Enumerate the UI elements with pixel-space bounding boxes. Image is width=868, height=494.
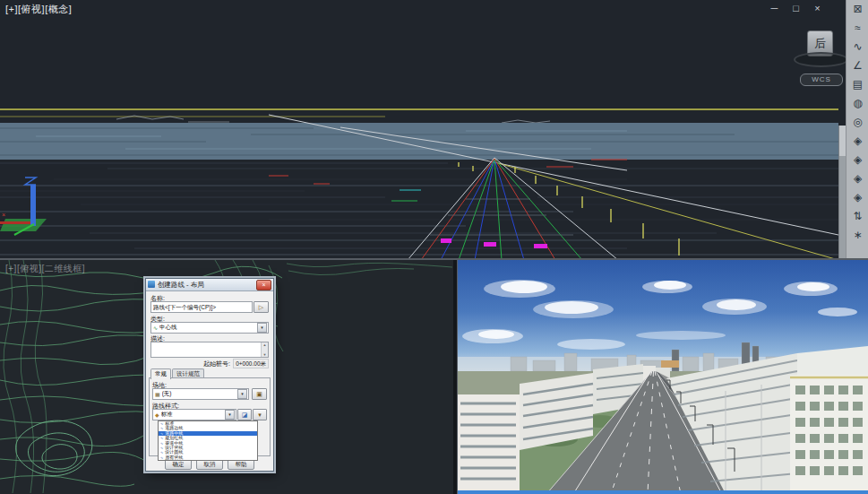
sheets-icon[interactable]: ▤ [847, 75, 868, 94]
wcs-selector[interactable]: WCS [800, 74, 843, 86]
viewport-label[interactable]: [+][俯视][二维线框] [5, 263, 85, 275]
scroll-down-icon[interactable]: ▼ [263, 352, 267, 357]
general-tab-panel: 场地: ▦ (无) ▾ ▣ 路线样式: ◆ 标准 ▾ ◪ ▾ ∿标准 ∿道路边线… [149, 377, 271, 456]
viewport-label[interactable]: [+][俯视][概念] [5, 3, 72, 16]
description-textarea[interactable]: ▲ ▼ [150, 342, 269, 358]
style-picker-button[interactable]: ▾ [253, 409, 267, 420]
style-dropdown-list: ∿标准 ∿道路边线 ∿道路中线 ∿规划红线 ∿渠道中线 ∿设计管线 ∿设计圆线 … [158, 420, 258, 461]
starting-station-row: 起始桩号: 0+000.00米 [203, 359, 269, 368]
red-roof-building [661, 360, 679, 368]
centerline-icon: ∿ [153, 325, 158, 331]
pan-compass-icon[interactable]: ◈ [847, 132, 868, 151]
pan-compass-icon[interactable]: ◈ [847, 151, 868, 169]
viewport-divider-horizontal[interactable] [0, 258, 868, 260]
orbit-icon[interactable]: ◎ [847, 113, 868, 132]
chevron-down-icon[interactable]: ▾ [225, 410, 235, 420]
style-value: 标准 [161, 411, 225, 419]
name-template-button[interactable]: ▷ [254, 301, 269, 313]
station-label: 起始桩号: [203, 360, 230, 368]
create-alignment-dialog: 创建路线 - 布局 × 名称: 路线<[下一个编号(CP)]> ▷ 类型: ∿ … [145, 278, 274, 472]
pan-compass-icon[interactable]: ◈ [847, 169, 868, 188]
angle-icon[interactable]: ∠ [847, 56, 868, 75]
elevation-icon[interactable]: ⇅ [847, 207, 868, 226]
globe-icon[interactable]: ◍ [847, 94, 868, 113]
viewport-top-perspective[interactable]: × [+][俯视][概念] ─ □ × 后 WCS [0, 0, 846, 260]
viewcube-ring[interactable] [794, 52, 848, 67]
station-offset-icon[interactable]: ∗ [847, 226, 868, 245]
chevron-down-icon[interactable]: ▾ [237, 389, 247, 399]
alignment-icon [148, 281, 155, 288]
wireframe-canvas: × [0, 0, 838, 260]
dialog-titlebar[interactable]: 创建路线 - 布局 × [146, 279, 273, 291]
dialog-close-button[interactable]: × [256, 280, 271, 290]
transparent-commands-toolbar: ⊠ ≈ ∿ ∠ ▤ ◍ ◎ ◈ ◈ ◈ ◈ ⇅ ∗ [846, 0, 868, 260]
style-option[interactable]: ∿原有管线 [159, 455, 257, 460]
style-icon: ◆ [155, 412, 159, 418]
alignment-name-input[interactable]: 路线<[下一个编号(CP)]> [150, 301, 253, 313]
scroll-up-icon[interactable]: ▲ [263, 342, 267, 347]
restore-button[interactable]: □ [789, 2, 803, 14]
chevron-down-icon[interactable]: ▾ [257, 323, 267, 333]
textarea-scrollbar[interactable]: ▲ ▼ [261, 342, 268, 357]
site-icon: ▦ [155, 391, 160, 397]
window-controls: ─ □ × [768, 2, 824, 14]
site-picker-button[interactable]: ▣ [252, 388, 267, 400]
viewport-divider-vertical[interactable] [453, 260, 458, 494]
type-combobox[interactable]: ∿ 中心线 ▾ [150, 322, 269, 334]
render-canvas [457, 260, 868, 494]
type-value: 中心线 [159, 324, 257, 332]
site-value: (无) [162, 390, 237, 398]
style-item-icon: ∿ [160, 455, 163, 460]
spline-icon[interactable]: ∿ [847, 38, 868, 56]
dialog-title: 创建路线 - 布局 [158, 281, 204, 290]
zoom-window-icon[interactable]: ⊠ [847, 0, 868, 19]
style-edit-button[interactable]: ◪ [237, 409, 252, 420]
viewport-3d-render[interactable] [457, 260, 868, 494]
svg-text:×: × [2, 212, 5, 218]
minimize-button[interactable]: ─ [768, 2, 781, 14]
site-combobox[interactable]: ▦ (无) ▾ [152, 388, 249, 400]
tab-general[interactable]: 常规 [150, 368, 171, 379]
close-button[interactable]: × [811, 2, 824, 14]
style-option-label: 原有管线 [165, 455, 183, 460]
survey-line-icon[interactable]: ≈ [847, 19, 868, 38]
clouds [462, 280, 857, 350]
station-value[interactable]: 0+000.00米 [233, 359, 269, 368]
pan-compass-icon[interactable]: ◈ [847, 188, 868, 207]
application-window: × [+][俯视][概念] ─ □ × 后 WCS ⊠ ≈ ∿ ∠ ▤ ◍ ◎ … [0, 0, 868, 494]
alignment-style-combobox[interactable]: ◆ 标准 ▾ [152, 409, 236, 420]
